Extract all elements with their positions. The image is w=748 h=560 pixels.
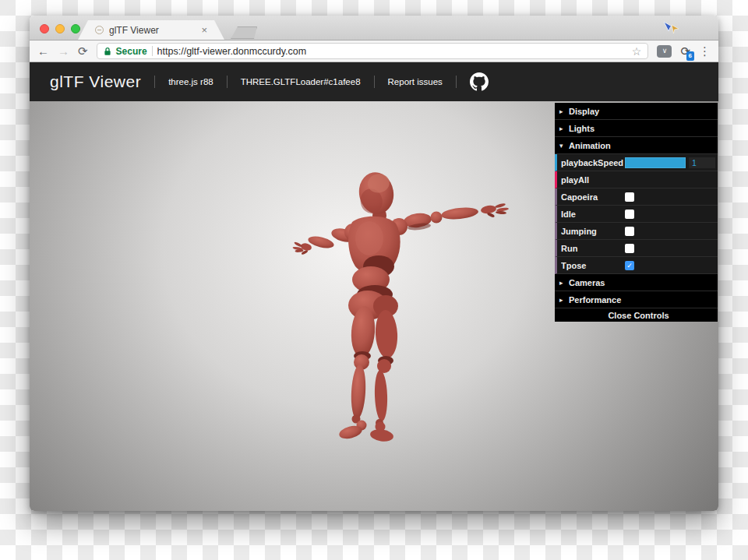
animation-checkbox[interactable] <box>625 244 634 253</box>
extension-badge: 6 <box>686 51 694 61</box>
browser-toolbar: ← → ⟳ Secure https://gltf-viewer.donmccu… <box>30 41 718 62</box>
folder-animation[interactable]: ▾ Animation <box>555 137 718 154</box>
browser-tab[interactable]: glTF Viewer × <box>78 20 224 40</box>
slider-fill <box>625 157 686 168</box>
nav-link-report-issues[interactable]: Report issues <box>388 77 443 86</box>
nav-link-gltfloader[interactable]: THREE.GLTFLoader#c1afee8 <box>241 77 361 86</box>
collapse-arrow-icon: ▾ <box>559 142 569 150</box>
folder-label: Display <box>569 107 599 116</box>
animation-checkbox[interactable]: ✓ <box>625 261 634 270</box>
expand-arrow-icon: ▸ <box>559 125 569 132</box>
folder-performance[interactable]: ▸ Performance <box>555 291 718 308</box>
folder-label: Performance <box>569 295 621 305</box>
3d-viewport-canvas[interactable]: ▸ Display ▸ Lights ▾ Animation playbackS… <box>30 101 718 511</box>
expand-arrow-icon: ▸ <box>559 107 569 115</box>
folder-cameras[interactable]: ▸ Cameras <box>555 274 718 291</box>
animation-row-jumping: Jumping <box>555 223 718 240</box>
github-icon[interactable] <box>470 72 489 91</box>
nav-link-threejs[interactable]: three.js r88 <box>168 77 213 86</box>
pocket-extension-icon[interactable]: ∨ <box>657 45 672 58</box>
animation-label: Run <box>561 244 625 253</box>
playback-speed-slider[interactable] <box>625 157 686 168</box>
playback-speed-row: playbackSpeed 1 <box>555 154 718 171</box>
desktop: { "chrome": { "tab": { "title": "glTF Vi… <box>0 0 748 560</box>
play-all-label: playAll <box>561 175 625 185</box>
folder-lights[interactable]: ▸ Lights <box>555 120 718 137</box>
play-all-button[interactable]: playAll <box>555 171 718 188</box>
extension-button[interactable]: ⟳ 6 <box>680 44 690 58</box>
folder-label: Animation <box>569 141 611 150</box>
minimize-window-button[interactable] <box>55 24 65 33</box>
site-header: glTF Viewer three.js r88 THREE.GLTFLoade… <box>30 62 718 101</box>
animation-label: Capoeira <box>561 192 625 202</box>
header-separator <box>227 76 228 88</box>
header-separator <box>374 76 375 88</box>
back-icon[interactable]: ← <box>37 45 49 57</box>
animation-row-run: Run <box>555 240 718 257</box>
tab-close-icon[interactable]: × <box>201 24 207 36</box>
url-bar[interactable]: Secure https://gltf-viewer.donmccurdy.co… <box>97 43 649 59</box>
mannequin-legs <box>338 305 399 442</box>
animation-checkbox[interactable] <box>625 227 634 236</box>
playback-speed-label: playbackSpeed <box>561 158 625 167</box>
close-controls-button[interactable]: Close Controls <box>555 308 718 322</box>
url-divider <box>152 46 153 56</box>
reload-icon[interactable]: ⟳ <box>78 45 88 57</box>
header-separator <box>154 76 155 88</box>
tab-strip: glTF Viewer × <box>30 16 718 41</box>
expand-arrow-icon: ▸ <box>559 296 569 304</box>
animation-row-capoeira: Capoeira <box>555 188 718 206</box>
browser-window: glTF Viewer × ← → ⟳ Secure https://gltf-… <box>30 16 718 511</box>
expand-arrow-icon: ▸ <box>559 279 569 287</box>
close-window-button[interactable] <box>40 24 49 33</box>
lock-icon <box>104 47 111 56</box>
animation-checkbox[interactable] <box>625 210 634 219</box>
animation-label: Idle <box>561 210 625 219</box>
folder-label: Lights <box>569 124 595 133</box>
animation-row-idle: Idle <box>555 206 718 223</box>
playback-speed-value[interactable]: 1 <box>689 157 715 168</box>
animation-label: Jumping <box>561 227 625 236</box>
url-text[interactable]: https://gltf-viewer.donmccurdy.com <box>157 46 627 57</box>
animation-checkbox[interactable] <box>625 192 634 202</box>
animation-label: Tpose <box>561 261 625 270</box>
forward-icon: → <box>58 45 69 57</box>
mannequin-right-arm <box>390 203 509 235</box>
animation-row-tpose: Tpose ✓ <box>555 257 718 274</box>
bookmark-star-icon[interactable]: ☆ <box>632 45 642 58</box>
secure-label: Secure <box>116 46 147 57</box>
folder-label: Cameras <box>569 278 605 287</box>
traffic-lights <box>40 24 80 33</box>
folder-display[interactable]: ▸ Display <box>555 103 718 120</box>
new-tab-button[interactable] <box>231 26 257 39</box>
page-content: glTF Viewer three.js r88 THREE.GLTFLoade… <box>30 62 718 511</box>
zoom-window-button[interactable] <box>71 24 80 33</box>
cursor-artifact-icon <box>661 20 681 36</box>
dat-gui-panel: ▸ Display ▸ Lights ▾ Animation playbackS… <box>555 103 718 322</box>
header-separator <box>456 76 457 88</box>
mannequin-torso <box>348 207 400 320</box>
mannequin-head <box>356 170 397 217</box>
tab-title: glTF Viewer <box>109 25 196 36</box>
tab-favicon-icon <box>95 26 104 34</box>
browser-menu-icon[interactable]: ⋮ <box>699 44 711 58</box>
site-title: glTF Viewer <box>50 72 141 91</box>
